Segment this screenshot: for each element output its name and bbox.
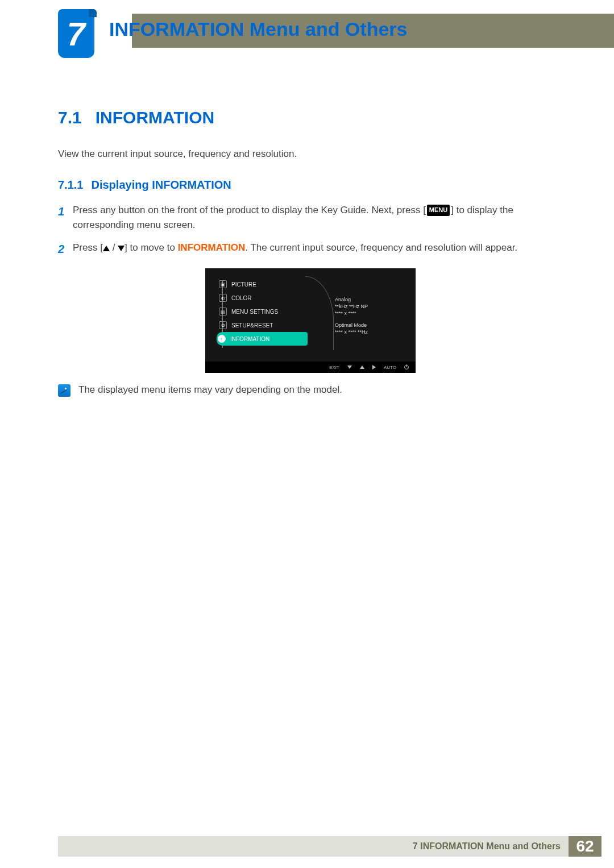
step-number: 1	[58, 203, 73, 233]
section-heading: 7.1INFORMATION	[58, 108, 563, 127]
section-title: INFORMATION	[96, 108, 214, 127]
chapter-tab: 7	[58, 9, 94, 58]
osd-auto-label: AUTO	[384, 365, 396, 370]
keyword-information: INFORMATION	[178, 242, 246, 253]
subsection-title: Displaying INFORMATION	[91, 178, 231, 191]
osd-enter-icon	[372, 365, 376, 369]
osd-item-setup-reset: ✿SETUP&RESET	[217, 318, 308, 332]
gear-icon: ✿	[219, 321, 227, 329]
footer-bar: 7 INFORMATION Menu and Others	[58, 836, 569, 857]
chapter-number: 7	[67, 15, 85, 53]
osd-item-color: ◐COLOR	[217, 291, 308, 305]
subsection-heading: 7.1.1Displaying INFORMATION	[58, 178, 563, 192]
section-number: 7.1	[58, 108, 82, 127]
color-icon: ◐	[219, 294, 227, 302]
step-1: 1 Press any button on the front of the p…	[58, 203, 563, 233]
section-7-1: 7.1INFORMATION View the current input so…	[58, 108, 563, 397]
footer-text: 7 INFORMATION Menu and Others	[413, 841, 561, 852]
osd-up-icon	[360, 366, 364, 369]
osd-info-block1: Analog **kHz **Hz NP **** x ****	[335, 297, 368, 317]
osd-curve-line	[305, 276, 334, 350]
picture-icon: ▣	[219, 280, 227, 288]
menu-key-icon: MENU	[427, 205, 450, 215]
osd-power-icon	[404, 365, 409, 369]
osd-item-picture: ▣PICTURE	[217, 277, 308, 291]
osd-bottom-bar: EXIT AUTO	[205, 362, 416, 373]
menu-settings-icon: ▤	[219, 308, 227, 315]
step-text: Press [ / ] to move to INFORMATION. The …	[73, 240, 517, 258]
step-text: Press any button on the front of the pro…	[73, 203, 563, 233]
osd-item-menu-settings: ▤MENU SETTINGS	[217, 305, 308, 318]
info-icon: i	[218, 335, 226, 343]
triangle-down-icon	[118, 246, 125, 251]
note-icon	[58, 384, 70, 397]
subsection-number: 7.1.1	[58, 178, 83, 191]
footer-page-number: 62	[569, 836, 601, 857]
page-footer: 7 INFORMATION Menu and Others 62	[58, 836, 601, 857]
chapter-title: INFORMATION Menu and Others	[109, 18, 407, 40]
triangle-up-icon	[103, 246, 110, 251]
step-number: 2	[58, 240, 73, 258]
note-row: The displayed menu items may vary depend…	[58, 384, 563, 397]
section-intro: View the current input source, frequency…	[58, 147, 563, 161]
osd-down-icon	[347, 366, 352, 369]
osd-menu-list: ▣PICTURE ◐COLOR ▤MENU SETTINGS ✿SETUP&RE…	[217, 277, 308, 346]
osd-info-panel: Analog **kHz **Hz NP **** x **** Optimal…	[335, 297, 368, 341]
osd-info-block2: Optimal Mode **** x **** **Hz	[335, 322, 368, 335]
osd-screenshot: ▣PICTURE ◐COLOR ▤MENU SETTINGS ✿SETUP&RE…	[205, 268, 416, 373]
step-2: 2 Press [ / ] to move to INFORMATION. Th…	[58, 240, 563, 258]
osd-item-information: iINFORMATION	[217, 332, 308, 346]
note-text: The displayed menu items may vary depend…	[78, 384, 342, 396]
osd-exit-label: EXIT	[329, 365, 339, 370]
steps-list: 1 Press any button on the front of the p…	[58, 203, 563, 259]
